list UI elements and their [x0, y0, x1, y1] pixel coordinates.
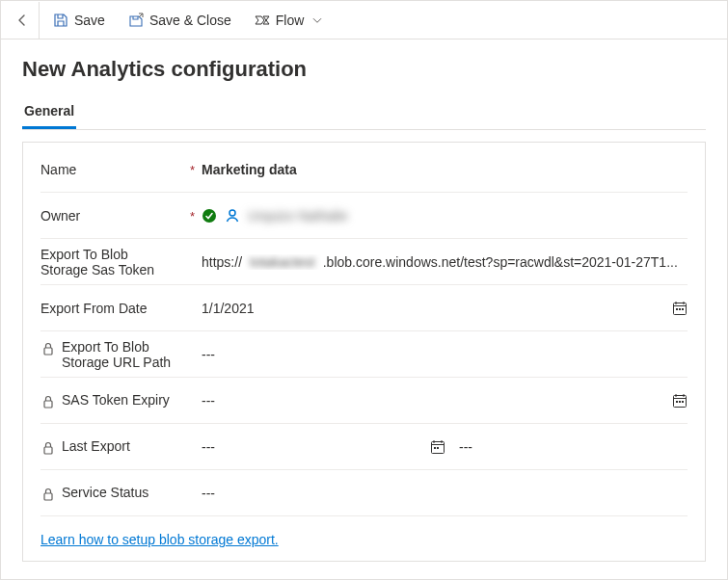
svg-rect-15	[437, 447, 439, 449]
required-marker: *	[190, 161, 202, 177]
check-circle-icon	[202, 208, 217, 224]
calendar-icon[interactable]	[672, 301, 688, 316]
page-root: Save Save & Close Flow New Analytics con…	[0, 0, 728, 580]
field-sas-expiry: SAS Token Expiry ---	[40, 378, 688, 424]
from-date-label: Export From Date	[40, 301, 190, 316]
save-icon	[53, 13, 68, 28]
command-bar: Save Save & Close Flow	[1, 1, 727, 40]
tab-general[interactable]: General	[22, 95, 76, 129]
chevron-down-icon	[311, 14, 323, 26]
save-close-button[interactable]: Save & Close	[119, 7, 241, 34]
field-from-date: Export From Date 1/1/2021	[40, 285, 688, 331]
save-close-label: Save & Close	[149, 13, 231, 28]
name-value[interactable]: Marketing data	[202, 162, 688, 177]
field-url-path: Export To Blob Storage URL Path ---	[40, 331, 688, 378]
owner-value[interactable]: Urquizo Nathalie	[202, 208, 688, 224]
back-arrow-icon	[14, 13, 30, 28]
sas-label: Export To Blob Storage Sas Token	[40, 247, 190, 277]
field-name: Name * Marketing data	[40, 146, 688, 193]
save-close-icon	[128, 13, 144, 28]
svg-rect-3	[676, 308, 678, 310]
svg-rect-4	[679, 308, 681, 310]
calendar-icon	[672, 393, 688, 409]
status-value: ---	[202, 486, 688, 501]
status-label: Service Status	[40, 485, 190, 502]
svg-rect-9	[676, 401, 678, 403]
flow-icon	[255, 13, 270, 28]
svg-rect-14	[434, 447, 436, 449]
owner-name-text: Urquizo Nathalie	[248, 208, 348, 224]
person-icon	[225, 208, 240, 224]
save-button[interactable]: Save	[43, 7, 115, 34]
svg-rect-16	[44, 493, 52, 500]
from-date-value[interactable]: 1/1/2021	[202, 301, 688, 316]
help-link-row: Learn how to setup blob storage export.	[40, 516, 688, 547]
field-owner: Owner * Urquizo Nathalie	[40, 193, 688, 239]
expiry-label: SAS Token Expiry	[40, 392, 190, 409]
svg-rect-5	[682, 308, 684, 310]
flow-button[interactable]: Flow	[245, 7, 334, 34]
last-export-value: --- ---	[202, 439, 688, 455]
field-last-export: Last Export --- ---	[40, 424, 688, 470]
svg-rect-11	[682, 401, 684, 403]
lock-icon	[40, 487, 56, 502]
svg-point-1	[229, 210, 235, 216]
field-sas-token: Export To Blob Storage Sas Token https:/…	[40, 239, 688, 285]
lock-icon	[40, 440, 56, 456]
back-button[interactable]	[5, 2, 40, 39]
sas-value[interactable]: https://totakactest.blob.core.windows.ne…	[202, 254, 688, 270]
content-area: New Analytics configuration General Name…	[1, 40, 727, 579]
svg-rect-6	[44, 348, 52, 355]
svg-rect-12	[44, 447, 52, 454]
last-export-label: Last Export	[40, 438, 190, 456]
url-path-value: ---	[202, 347, 688, 362]
owner-label: Owner	[40, 208, 190, 224]
lock-icon	[40, 341, 56, 356]
svg-rect-10	[679, 401, 681, 403]
calendar-icon	[430, 439, 445, 455]
url-path-label: Export To Blob Storage URL Path	[40, 339, 190, 370]
page-title: New Analytics configuration	[22, 57, 706, 82]
svg-rect-7	[44, 401, 52, 408]
field-service-status: Service Status ---	[40, 470, 688, 516]
expiry-value: ---	[202, 393, 688, 409]
help-link[interactable]: Learn how to setup blob storage export.	[40, 532, 279, 547]
tab-list: General	[22, 95, 706, 130]
name-label: Name	[40, 162, 190, 177]
required-marker: *	[190, 207, 202, 224]
save-label: Save	[74, 13, 105, 28]
flow-label: Flow	[276, 13, 305, 28]
lock-icon	[40, 394, 56, 409]
form-panel: Name * Marketing data Owner * Urquizo Na…	[22, 142, 706, 562]
